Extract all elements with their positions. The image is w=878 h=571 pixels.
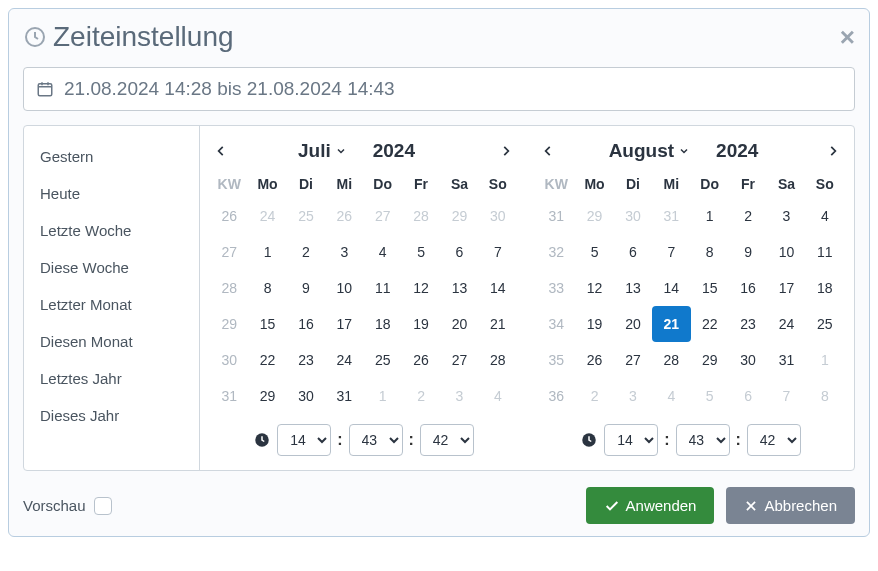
preset-heute[interactable]: Heute bbox=[24, 175, 199, 212]
calendar-day[interactable]: 21 bbox=[652, 306, 690, 342]
calendar-day[interactable]: 17 bbox=[767, 270, 805, 306]
calendar-day[interactable]: 6 bbox=[729, 378, 767, 414]
calendar-day[interactable]: 22 bbox=[248, 342, 286, 378]
cancel-button[interactable]: Abbrechen bbox=[726, 487, 855, 524]
prev-month-icon[interactable] bbox=[210, 144, 232, 158]
month-select-right[interactable]: August bbox=[605, 140, 694, 162]
month-select-left[interactable]: Juli bbox=[294, 140, 351, 162]
calendar-day[interactable]: 26 bbox=[402, 342, 440, 378]
calendar-day[interactable]: 25 bbox=[364, 342, 402, 378]
calendar-day[interactable]: 16 bbox=[287, 306, 325, 342]
calendar-day[interactable]: 9 bbox=[287, 270, 325, 306]
calendar-day[interactable]: 23 bbox=[287, 342, 325, 378]
calendar-day[interactable]: 1 bbox=[806, 342, 844, 378]
preset-dieses-jahr[interactable]: Dieses Jahr bbox=[24, 397, 199, 434]
calendar-day[interactable]: 14 bbox=[652, 270, 690, 306]
calendar-day[interactable]: 1 bbox=[364, 378, 402, 414]
calendar-day[interactable]: 28 bbox=[652, 342, 690, 378]
second-select[interactable]: 42 bbox=[420, 424, 474, 456]
preset-letzte-woche[interactable]: Letzte Woche bbox=[24, 212, 199, 249]
calendar-day[interactable]: 26 bbox=[325, 198, 363, 234]
date-range-display[interactable]: 21.08.2024 14:28 bis 21.08.2024 14:43 bbox=[23, 67, 855, 111]
calendar-day[interactable]: 4 bbox=[806, 198, 844, 234]
preset-diesen-monat[interactable]: Diesen Monat bbox=[24, 323, 199, 360]
calendar-day[interactable]: 18 bbox=[364, 306, 402, 342]
calendar-day[interactable]: 7 bbox=[767, 378, 805, 414]
calendar-day[interactable]: 2 bbox=[402, 378, 440, 414]
second-select[interactable]: 42 bbox=[747, 424, 801, 456]
calendar-day[interactable]: 31 bbox=[652, 198, 690, 234]
calendar-day[interactable]: 5 bbox=[575, 234, 613, 270]
calendar-day[interactable]: 2 bbox=[287, 234, 325, 270]
calendar-day[interactable]: 8 bbox=[806, 378, 844, 414]
calendar-day[interactable]: 29 bbox=[440, 198, 478, 234]
calendar-day[interactable]: 11 bbox=[806, 234, 844, 270]
calendar-day[interactable]: 8 bbox=[248, 270, 286, 306]
close-icon[interactable]: × bbox=[840, 22, 855, 53]
calendar-day[interactable]: 3 bbox=[614, 378, 652, 414]
calendar-day[interactable]: 24 bbox=[248, 198, 286, 234]
hour-select[interactable]: 14 bbox=[604, 424, 658, 456]
calendar-day[interactable]: 16 bbox=[729, 270, 767, 306]
calendar-day[interactable]: 27 bbox=[614, 342, 652, 378]
calendar-day[interactable]: 31 bbox=[767, 342, 805, 378]
calendar-day[interactable]: 25 bbox=[806, 306, 844, 342]
year-label-right[interactable]: 2024 bbox=[712, 140, 762, 162]
calendar-day[interactable]: 10 bbox=[325, 270, 363, 306]
calendar-day[interactable]: 10 bbox=[767, 234, 805, 270]
calendar-day[interactable]: 28 bbox=[479, 342, 517, 378]
calendar-day[interactable]: 24 bbox=[325, 342, 363, 378]
calendar-day[interactable]: 9 bbox=[729, 234, 767, 270]
calendar-day[interactable]: 13 bbox=[614, 270, 652, 306]
calendar-day[interactable]: 1 bbox=[248, 234, 286, 270]
calendar-day[interactable]: 29 bbox=[575, 198, 613, 234]
calendar-day[interactable]: 30 bbox=[479, 198, 517, 234]
year-label-left[interactable]: 2024 bbox=[369, 140, 419, 162]
calendar-day[interactable]: 17 bbox=[325, 306, 363, 342]
minute-select[interactable]: 43 bbox=[349, 424, 403, 456]
preset-letztes-jahr[interactable]: Letztes Jahr bbox=[24, 360, 199, 397]
calendar-day[interactable]: 8 bbox=[691, 234, 729, 270]
calendar-day[interactable]: 18 bbox=[806, 270, 844, 306]
calendar-day[interactable]: 30 bbox=[729, 342, 767, 378]
calendar-day[interactable]: 5 bbox=[691, 378, 729, 414]
next-month-icon[interactable] bbox=[822, 144, 844, 158]
calendar-day[interactable]: 7 bbox=[652, 234, 690, 270]
hour-select[interactable]: 14 bbox=[277, 424, 331, 456]
calendar-day[interactable]: 22 bbox=[691, 306, 729, 342]
calendar-day[interactable]: 14 bbox=[479, 270, 517, 306]
calendar-day[interactable]: 4 bbox=[652, 378, 690, 414]
preset-diese-woche[interactable]: Diese Woche bbox=[24, 249, 199, 286]
calendar-day[interactable]: 1 bbox=[691, 198, 729, 234]
calendar-day[interactable]: 26 bbox=[575, 342, 613, 378]
calendar-day[interactable]: 27 bbox=[364, 198, 402, 234]
calendar-day[interactable]: 5 bbox=[402, 234, 440, 270]
preset-gestern[interactable]: Gestern bbox=[24, 138, 199, 175]
calendar-day[interactable]: 6 bbox=[440, 234, 478, 270]
calendar-day[interactable]: 25 bbox=[287, 198, 325, 234]
calendar-day[interactable]: 31 bbox=[325, 378, 363, 414]
calendar-day[interactable]: 19 bbox=[402, 306, 440, 342]
calendar-day[interactable]: 24 bbox=[767, 306, 805, 342]
calendar-day[interactable]: 15 bbox=[691, 270, 729, 306]
calendar-day[interactable]: 29 bbox=[248, 378, 286, 414]
calendar-day[interactable]: 20 bbox=[614, 306, 652, 342]
calendar-day[interactable]: 2 bbox=[729, 198, 767, 234]
calendar-day[interactable]: 3 bbox=[440, 378, 478, 414]
calendar-day[interactable]: 6 bbox=[614, 234, 652, 270]
calendar-day[interactable]: 13 bbox=[440, 270, 478, 306]
calendar-day[interactable]: 3 bbox=[325, 234, 363, 270]
calendar-day[interactable]: 30 bbox=[287, 378, 325, 414]
calendar-day[interactable]: 4 bbox=[364, 234, 402, 270]
calendar-day[interactable]: 23 bbox=[729, 306, 767, 342]
calendar-day[interactable]: 12 bbox=[575, 270, 613, 306]
calendar-day[interactable]: 28 bbox=[402, 198, 440, 234]
calendar-day[interactable]: 21 bbox=[479, 306, 517, 342]
calendar-day[interactable]: 15 bbox=[248, 306, 286, 342]
calendar-day[interactable]: 4 bbox=[479, 378, 517, 414]
minute-select[interactable]: 43 bbox=[676, 424, 730, 456]
calendar-day[interactable]: 30 bbox=[614, 198, 652, 234]
calendar-day[interactable]: 20 bbox=[440, 306, 478, 342]
calendar-day[interactable]: 2 bbox=[575, 378, 613, 414]
calendar-day[interactable]: 3 bbox=[767, 198, 805, 234]
